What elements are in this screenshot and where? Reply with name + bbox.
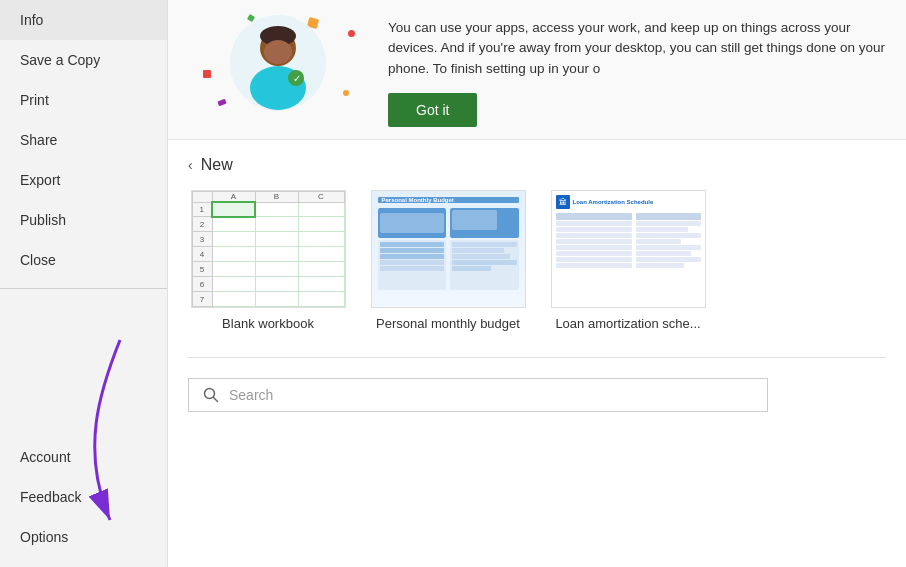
sidebar-item-feedback[interactable]: Feedback (0, 477, 167, 517)
chevron-down-icon[interactable]: ‹ (188, 157, 193, 173)
search-bar[interactable]: Search (188, 378, 768, 412)
blank-workbook-thumb: A B C 1 (191, 190, 346, 308)
loan-amortization-label: Loan amortization sche... (555, 316, 700, 331)
banner-description: You can use your apps, access your work,… (388, 18, 886, 79)
templates-row: A B C 1 (188, 190, 886, 331)
sidebar-item-print[interactable]: Print (0, 80, 167, 120)
sidebar: Info Save a Copy Print Share Export Publ… (0, 0, 168, 567)
banner-text-area: You can use your apps, access your work,… (388, 10, 886, 127)
sidebar-item-close[interactable]: Close (0, 240, 167, 280)
confetti-dot (343, 90, 349, 96)
confetti-dot (348, 30, 355, 37)
sidebar-divider (0, 288, 167, 289)
sidebar-item-save-copy[interactable]: Save a Copy (0, 40, 167, 80)
confetti-dot (203, 70, 211, 78)
personal-budget-thumb: Personal Monthly Budget (371, 190, 526, 308)
sidebar-item-share[interactable]: Share (0, 120, 167, 160)
sidebar-item-info[interactable]: Info (0, 0, 167, 40)
svg-point-5 (264, 40, 292, 64)
svg-line-9 (214, 398, 218, 402)
sidebar-item-publish[interactable]: Publish (0, 200, 167, 240)
template-personal-budget[interactable]: Personal Monthly Budget (368, 190, 528, 331)
svg-text:✓: ✓ (293, 73, 301, 84)
sidebar-item-options[interactable]: Options (0, 517, 167, 557)
blank-workbook-label: Blank workbook (222, 316, 314, 331)
new-section: ‹ New A B C (168, 140, 906, 347)
got-it-button[interactable]: Got it (388, 93, 477, 127)
sidebar-nav: Info Save a Copy Print Share Export Publ… (0, 0, 167, 567)
banner-area: ✓ You can use your apps, access your wor… (168, 0, 906, 140)
new-section-header: ‹ New (188, 156, 886, 174)
loan-amortization-thumb: 🏛 Loan Amortization Schedule (551, 190, 706, 308)
new-section-label: New (201, 156, 233, 174)
template-blank-workbook[interactable]: A B C 1 (188, 190, 348, 331)
sidebar-item-account[interactable]: Account (0, 437, 167, 477)
confetti-dot (217, 99, 226, 106)
person-illustration: ✓ (228, 10, 328, 118)
sidebar-item-export[interactable]: Export (0, 160, 167, 200)
banner-illustration: ✓ (188, 10, 368, 120)
search-icon (203, 387, 219, 403)
section-divider (188, 357, 886, 358)
template-loan-amortization[interactable]: 🏛 Loan Amortization Schedule (548, 190, 708, 331)
personal-budget-label: Personal monthly budget (376, 316, 520, 331)
search-container: Search (168, 368, 906, 422)
search-placeholder: Search (229, 387, 273, 403)
main-content: ✓ You can use your apps, access your wor… (168, 0, 906, 567)
sidebar-bottom: Account Feedback Options (0, 437, 167, 567)
